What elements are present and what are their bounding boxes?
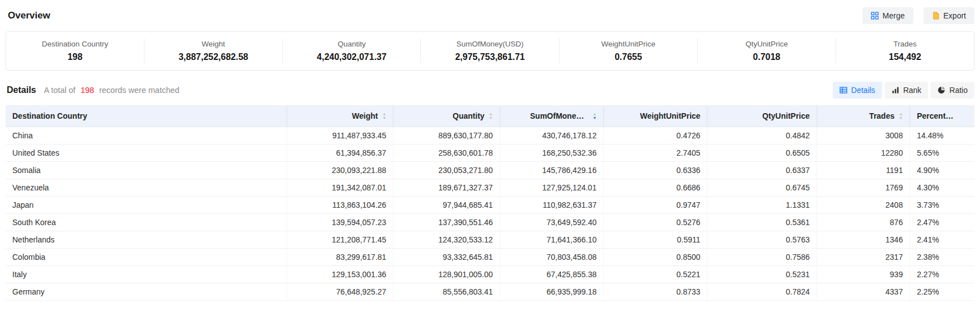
stat-value: 3,887,252,682.58	[149, 52, 278, 62]
stat-label: Trades	[841, 40, 969, 48]
cell-weightunitprice: 0.4726	[603, 127, 707, 144]
cell-destination-country: Venezuela	[6, 179, 287, 197]
cell-weight: 121,208,771.45	[287, 231, 393, 249]
rank-icon	[892, 86, 899, 94]
export-icon	[932, 12, 940, 20]
merge-button[interactable]: Merge	[862, 7, 913, 24]
column-label: SumOfMoney(USD)	[530, 111, 588, 120]
column-header-quantity[interactable]: Quantity▲▼	[393, 105, 500, 127]
cell-quantity: 189,671,327.37	[393, 179, 500, 197]
cell-qtyunitprice: 0.6745	[707, 179, 817, 197]
cell-sumofmoney-usd: 66,935,999.18	[500, 283, 603, 301]
cell-weightunitprice: 0.5276	[603, 214, 707, 231]
cell-weightunitprice: 0.9747	[603, 197, 707, 214]
cell-weight: 911,487,933.45	[287, 127, 393, 144]
cell-sumofmoney-usd: 168,250,532.36	[500, 144, 603, 162]
cell-destination-country: China	[6, 127, 287, 144]
cell-quantity: 230,053,271.80	[393, 162, 500, 179]
export-button[interactable]: Export	[923, 7, 974, 24]
cell-weight: 191,342,087.01	[287, 179, 393, 197]
records-summary: A total of 198 records were matched	[44, 86, 179, 95]
table-row: Netherlands121,208,771.45124,320,533.127…	[6, 231, 974, 249]
cell-sumofmoney-usd: 110,982,631.37	[500, 197, 603, 214]
cell-weightunitprice: 2.7405	[603, 144, 707, 162]
cell-trades: 1769	[817, 179, 909, 197]
column-label: Destination Country	[12, 111, 87, 120]
cell-weight: 76,648,925.27	[287, 283, 393, 301]
view-button-ratio[interactable]: Ratio	[931, 82, 974, 99]
stat-value: 154,492	[841, 52, 969, 62]
stat-value: 0.7018	[702, 52, 831, 62]
column-header-percentage: Percentage	[910, 105, 974, 127]
cell-trades: 2317	[817, 249, 909, 266]
cell-weightunitprice: 0.5911	[603, 231, 707, 249]
cell-destination-country: Colombia	[6, 249, 287, 266]
cell-qtyunitprice: 0.7586	[707, 249, 817, 266]
cell-sumofmoney-usd: 70,803,458.08	[500, 249, 603, 266]
cell-destination-country: Japan	[6, 197, 287, 214]
merge-icon	[871, 12, 879, 20]
cell-trades: 3008	[817, 127, 909, 144]
column-header-trades[interactable]: Trades▲▼	[817, 105, 909, 127]
stat-quantity: Quantity4,240,302,071.37	[283, 39, 421, 63]
column-header-sumofmoney-usd[interactable]: SumOfMoney(USD)▲▼	[500, 105, 603, 127]
stat-weightunitprice: WeightUnitPrice0.7655	[560, 39, 698, 63]
table-body: China911,487,933.45889,630,177.80430,746…	[6, 127, 974, 301]
cell-destination-country: Italy	[6, 266, 287, 283]
stat-value: 198	[11, 52, 139, 62]
cell-sumofmoney-usd: 71,641,366.10	[500, 231, 603, 249]
cell-weight: 83,299,617.81	[287, 249, 393, 266]
cell-qtyunitprice: 0.5763	[707, 231, 817, 249]
cell-weight: 113,863,104.26	[287, 197, 393, 214]
cell-qtyunitprice: 0.6337	[707, 162, 817, 179]
cell-weight: 139,594,057.23	[287, 214, 393, 231]
cell-sumofmoney-usd: 430,746,178.12	[500, 127, 603, 144]
table-row: Japan113,863,104.2697,944,685.41110,982,…	[6, 197, 974, 214]
sort-icon: ▲▼	[899, 112, 903, 120]
cell-qtyunitprice: 0.4842	[707, 127, 817, 144]
cell-qtyunitprice: 0.6505	[707, 144, 817, 162]
view-button-rank[interactable]: Rank	[885, 82, 929, 99]
column-header-weightunitprice: WeightUnitPrice	[603, 105, 707, 127]
column-label: Weight	[352, 111, 378, 120]
column-header-weight[interactable]: Weight▲▼	[287, 105, 393, 127]
cell-destination-country: United States	[6, 144, 287, 162]
view-button-details[interactable]: Details	[833, 82, 882, 99]
column-label: Percentage	[917, 111, 954, 120]
stat-sumofmoney-usd: SumOfMoney(USD)2,975,753,861.71	[421, 39, 559, 63]
cell-percentage: 2.38%	[910, 249, 974, 266]
cell-destination-country: Netherlands	[6, 231, 287, 249]
table-row: South Korea139,594,057.23137,390,551.467…	[6, 214, 974, 231]
cell-percentage: 2.27%	[910, 266, 974, 283]
cell-percentage: 3.73%	[910, 197, 974, 214]
column-label: Trades	[869, 111, 894, 120]
page-title: Overview	[8, 10, 50, 21]
table-row: Italy129,153,001.36128,901,005.0067,425,…	[6, 266, 974, 283]
cell-weightunitprice: 0.8733	[603, 283, 707, 301]
cell-quantity: 124,320,533.12	[393, 231, 500, 249]
cell-trades: 12280	[817, 144, 909, 162]
stat-value: 4,240,302,071.37	[287, 52, 416, 62]
details-bar: Details A total of 198 records were matc…	[7, 82, 974, 99]
cell-trades: 2408	[817, 197, 909, 214]
page: Overview Merge Export	[0, 0, 980, 301]
cell-quantity: 137,390,551.46	[393, 214, 500, 231]
cell-percentage: 4.90%	[910, 162, 974, 179]
cell-qtyunitprice: 0.5361	[707, 214, 817, 231]
cell-trades: 4337	[817, 283, 909, 301]
cell-sumofmoney-usd: 145,786,429.16	[500, 162, 603, 179]
stat-label: Weight	[149, 40, 278, 48]
details-table: Destination CountryWeight▲▼Quantity▲▼Sum…	[6, 105, 974, 301]
cell-quantity: 97,944,685.41	[393, 197, 500, 214]
cell-sumofmoney-usd: 127,925,124.01	[500, 179, 603, 197]
cell-qtyunitprice: 0.5231	[707, 266, 817, 283]
cell-qtyunitprice: 0.7824	[707, 283, 817, 301]
top-bar: Overview Merge Export	[6, 3, 974, 28]
cell-quantity: 93,332,645.81	[393, 249, 500, 266]
stat-weight: Weight3,887,252,682.58	[144, 39, 283, 63]
cell-weight: 129,153,001.36	[287, 266, 393, 283]
cell-weightunitprice: 0.6686	[603, 179, 707, 197]
column-header-destination-country: Destination Country	[6, 105, 287, 127]
column-header-qtyunitprice: QtyUnitPrice	[707, 105, 817, 127]
sort-icon: ▲▼	[489, 112, 493, 120]
